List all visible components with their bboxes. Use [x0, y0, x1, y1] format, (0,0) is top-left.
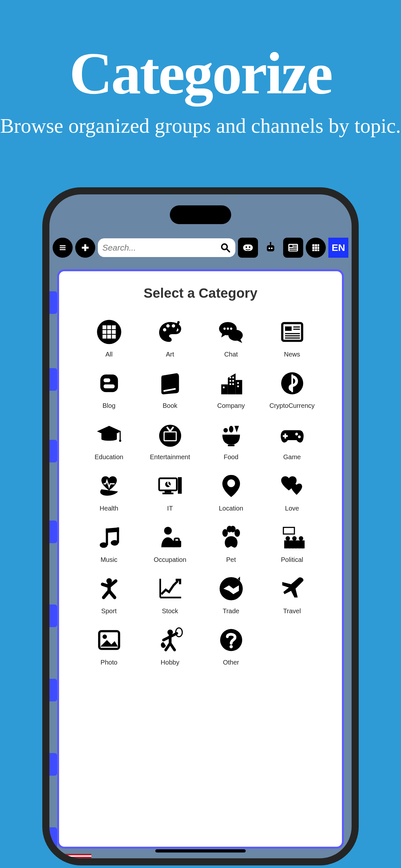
category-chart[interactable]: Stock [140, 572, 201, 615]
side-tab[interactable] [50, 291, 57, 314]
category-label: IT [167, 505, 173, 512]
side-tab[interactable] [50, 368, 57, 391]
protest-icon [276, 521, 308, 554]
category-chat[interactable]: Chat [201, 316, 261, 358]
category-label: Art [166, 351, 174, 358]
home-indicator [155, 849, 246, 852]
category-company[interactable]: Company [201, 367, 261, 409]
theater-button[interactable] [238, 238, 258, 258]
computer-icon [154, 470, 186, 502]
notch [170, 206, 231, 224]
category-label: Entertainment [150, 454, 190, 461]
category-label: Location [219, 505, 243, 512]
category-card: Select a Category AllArtChatNewsBlogBook… [57, 269, 344, 848]
category-gamepad[interactable]: Game [261, 418, 322, 461]
side-tab[interactable] [50, 440, 57, 462]
category-briefcase[interactable]: Occupation [140, 521, 201, 563]
category-label: Hobby [161, 659, 180, 666]
category-paw[interactable]: Pet [201, 521, 261, 563]
bot-button[interactable] [260, 238, 281, 258]
category-palette[interactable]: Art [140, 316, 201, 358]
category-label: Other [223, 659, 239, 666]
side-tab[interactable] [50, 827, 57, 850]
menu-icon [57, 242, 68, 253]
book-icon [154, 367, 186, 399]
category-label: CryptoCurrency [269, 402, 314, 409]
news-button[interactable] [283, 238, 303, 258]
phone-frame: EN Select a Category AllArtChatNewsBlogB… [42, 187, 359, 865]
category-label: Health [100, 505, 119, 512]
category-pin[interactable]: Location [201, 470, 261, 512]
chart-icon [154, 572, 186, 605]
plane-icon [276, 572, 308, 605]
grid-button[interactable] [306, 238, 326, 258]
category-computer[interactable]: IT [140, 470, 201, 512]
category-label: Love [285, 505, 299, 512]
category-tv[interactable]: Entertainment [140, 418, 201, 461]
category-label: Trade [223, 608, 240, 615]
add-button[interactable] [75, 238, 95, 258]
category-label: Travel [283, 608, 301, 615]
palette-icon [154, 316, 186, 348]
search-input[interactable] [102, 243, 220, 253]
category-hobby[interactable]: Hobby [140, 624, 201, 666]
side-tab[interactable] [50, 753, 57, 776]
search-box[interactable] [98, 238, 235, 257]
category-label: Chat [224, 351, 238, 358]
category-label: Sport [101, 608, 117, 615]
category-sport[interactable]: Sport [79, 572, 140, 615]
category-news[interactable]: News [261, 316, 322, 358]
category-label: Occupation [154, 556, 186, 563]
menu-button[interactable] [53, 238, 73, 258]
robot-icon [263, 240, 278, 255]
category-label: Blog [102, 402, 115, 409]
category-label: Game [283, 454, 301, 461]
tv-icon [154, 418, 186, 451]
language-label: EN [332, 242, 345, 253]
category-handshake[interactable]: Trade [201, 572, 261, 615]
toolbar: EN [53, 237, 348, 259]
side-tab[interactable] [50, 521, 57, 543]
side-tab[interactable] [50, 604, 57, 627]
category-question[interactable]: Other [201, 624, 261, 666]
category-label: News [284, 351, 300, 358]
category-book[interactable]: Book [140, 367, 201, 409]
grid-icon [93, 316, 125, 348]
category-label: Book [163, 402, 178, 409]
photo-icon [93, 624, 125, 656]
category-blog[interactable]: Blog [79, 367, 140, 409]
category-crypto[interactable]: CryptoCurrency [261, 367, 322, 409]
category-label: All [105, 351, 112, 358]
card-title: Select a Category [59, 271, 342, 309]
category-protest[interactable]: Political [261, 521, 322, 563]
plus-icon [80, 242, 91, 253]
category-label: Music [100, 556, 117, 563]
category-label: Company [217, 402, 245, 409]
category-label: Education [95, 454, 123, 461]
category-grid: AllArtChatNewsBlogBookCompanyCryptoCurre… [59, 309, 342, 666]
category-grid[interactable]: All [79, 316, 140, 358]
chat-icon [215, 316, 247, 348]
category-label: Pet [226, 556, 236, 563]
search-icon [220, 242, 231, 253]
category-health[interactable]: Health [79, 470, 140, 512]
news-icon [276, 316, 308, 348]
category-hearts[interactable]: Love [261, 470, 322, 512]
category-food[interactable]: Food [201, 418, 261, 461]
hobby-icon [154, 624, 186, 656]
company-icon [215, 367, 247, 399]
side-tab[interactable] [50, 679, 57, 702]
gamepad-icon [276, 418, 308, 451]
category-label: Photo [100, 659, 117, 666]
category-label: Stock [162, 608, 178, 615]
crypto-icon [276, 367, 308, 399]
question-icon [215, 624, 247, 656]
language-button[interactable]: EN [328, 238, 348, 258]
category-plane[interactable]: Travel [261, 572, 322, 615]
category-music[interactable]: Music [79, 521, 140, 563]
category-photo[interactable]: Photo [79, 624, 140, 666]
hearts-icon [276, 470, 308, 502]
category-label: Food [224, 454, 239, 461]
hero-subtitle: Browse organized groups and channels by … [0, 113, 401, 139]
category-education[interactable]: Education [79, 418, 140, 461]
